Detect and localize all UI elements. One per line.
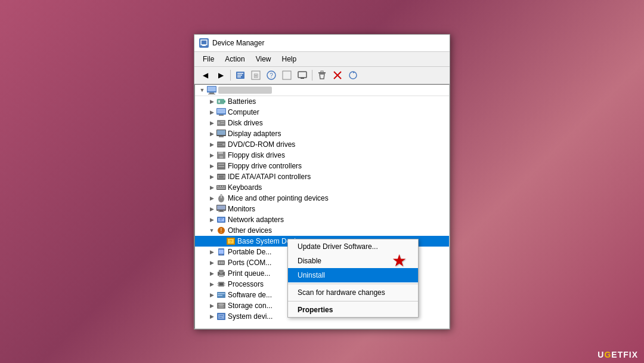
display-expand[interactable]: ▶	[207, 129, 216, 139]
toolbar-separator-1	[230, 70, 231, 81]
storage-expand[interactable]: ▶	[207, 301, 216, 310]
processors-expand[interactable]: ▶	[207, 279, 216, 289]
ide-icon	[216, 172, 226, 182]
toolbar-separator-2	[312, 70, 312, 81]
print-label: Print queue...	[228, 269, 270, 278]
svg-rect-83	[217, 283, 218, 284]
svg-rect-96	[219, 317, 222, 318]
device-tree: ▼ ▶ Batteries	[194, 84, 450, 329]
tree-root[interactable]: ▼	[195, 85, 449, 96]
svg-rect-11	[298, 72, 306, 78]
tree-other-devices[interactable]: ▼ ! Other devices	[195, 225, 449, 236]
menu-help[interactable]: Help	[277, 53, 302, 65]
svg-rect-75	[221, 262, 222, 264]
properties-button[interactable]	[233, 69, 247, 82]
batteries-icon	[216, 97, 226, 106]
watermark-suffix: ETFIX	[611, 350, 638, 359]
forward-button[interactable]: ▶	[213, 69, 228, 82]
tree-batteries[interactable]: ▶ Batteries	[195, 96, 449, 107]
back-button[interactable]: ◀	[198, 69, 212, 82]
svg-rect-22	[217, 99, 224, 104]
svg-rect-84	[217, 285, 218, 285]
tree-disk[interactable]: ▶ Disk drives	[195, 118, 449, 128]
network-expand[interactable]: ▶	[207, 215, 216, 224]
software-icon	[216, 290, 226, 300]
update-driver-button[interactable]: ⊞	[249, 69, 263, 82]
storage-label: Storage con...	[228, 302, 273, 310]
menu-action[interactable]: Action	[220, 53, 249, 65]
help-button[interactable]: ?	[264, 69, 278, 82]
disable-button[interactable]	[330, 69, 345, 82]
print-expand[interactable]: ▶	[207, 269, 216, 278]
system-label: System devi...	[228, 312, 273, 321]
svg-rect-72	[220, 254, 222, 255]
svg-rect-27	[219, 115, 224, 116]
ctx-separator	[288, 284, 418, 284]
svg-rect-21	[208, 94, 215, 94]
menu-bar: File Action View Help	[194, 52, 450, 67]
other-expand[interactable]: ▼	[207, 226, 216, 235]
svg-text:?: ?	[230, 239, 233, 244]
disk-expand[interactable]: ▶	[207, 118, 216, 128]
tree-dvd[interactable]: ▶ DVD/CD-ROM drives	[195, 139, 449, 150]
svg-rect-64	[219, 220, 222, 220]
ports-icon	[216, 258, 226, 267]
mice-expand[interactable]: ▶	[207, 193, 216, 203]
root-expand[interactable]: ▼	[197, 85, 207, 95]
ctx-properties[interactable]: Properties	[288, 303, 418, 317]
tree-floppy-ctrl[interactable]: ▶ Floppy drive controllers	[195, 161, 449, 171]
display-button[interactable]	[295, 69, 309, 82]
svg-rect-86	[224, 285, 225, 285]
system-expand[interactable]: ▶	[207, 312, 216, 321]
batteries-expand[interactable]: ▶	[207, 97, 216, 106]
svg-rect-95	[219, 315, 223, 316]
uninstall-button[interactable]	[315, 69, 329, 82]
monitors-expand[interactable]: ▶	[207, 204, 216, 214]
computer-name	[218, 87, 272, 94]
menu-file[interactable]: File	[198, 53, 219, 65]
keyboards-expand[interactable]: ▶	[207, 183, 216, 192]
dvd-icon	[216, 140, 226, 149]
portable-expand[interactable]: ▶	[207, 247, 216, 257]
svg-rect-19	[208, 87, 216, 91]
svg-rect-3	[237, 73, 243, 74]
svg-rect-44	[218, 166, 224, 167]
mice-label: Mice and other pointing devices	[228, 194, 329, 202]
scan-changes-button[interactable]	[280, 69, 294, 82]
svg-rect-31	[221, 123, 224, 124]
ide-expand[interactable]: ▶	[207, 172, 216, 182]
tree-computer[interactable]: ▶ Computer	[195, 107, 449, 118]
base-system-icon: ?	[226, 236, 236, 246]
tree-mice[interactable]: ▶ Mice and other pointing devices	[195, 193, 449, 204]
system-icon	[216, 312, 226, 321]
floppy-ctrl-expand[interactable]: ▶	[207, 161, 216, 171]
svg-rect-78	[219, 270, 224, 273]
refresh-button[interactable]	[346, 69, 360, 82]
svg-rect-0	[201, 40, 207, 45]
tree-ide[interactable]: ▶ IDE ATA/ATAPI controllers	[195, 171, 449, 182]
svg-rect-74	[219, 262, 220, 264]
computer-expand[interactable]: ▶	[207, 107, 216, 117]
menu-view[interactable]: View	[251, 53, 276, 65]
floppy-ctrl-label: Floppy drive controllers	[228, 162, 302, 170]
floppy-icon	[216, 150, 226, 160]
tree-floppy[interactable]: ▶ Floppy disk drives	[195, 150, 449, 161]
ctx-scan[interactable]: Scan for hardware changes	[288, 285, 418, 300]
software-expand[interactable]: ▶	[207, 290, 216, 300]
display-label: Display adapters	[228, 130, 281, 138]
tree-monitors[interactable]: ▶ Monitors	[195, 204, 449, 214]
dvd-expand[interactable]: ▶	[207, 140, 216, 149]
ports-label: Ports (COM...	[228, 259, 271, 267]
tree-keyboards[interactable]: ▶ Keyboards	[195, 182, 449, 193]
svg-rect-71	[219, 250, 224, 254]
network-icon	[216, 215, 226, 224]
floppy-expand[interactable]: ▶	[207, 150, 216, 160]
ports-expand[interactable]: ▶	[207, 258, 216, 267]
monitors-label: Monitors	[228, 205, 255, 213]
floppy-ctrl-icon	[216, 161, 226, 171]
tree-network[interactable]: ▶ Network adapters	[195, 214, 449, 225]
window-icon	[199, 38, 209, 48]
tree-display[interactable]: ▶ Display adapters	[195, 128, 449, 139]
svg-rect-94	[218, 314, 224, 319]
other-devices-label: Other devices	[228, 226, 272, 235]
